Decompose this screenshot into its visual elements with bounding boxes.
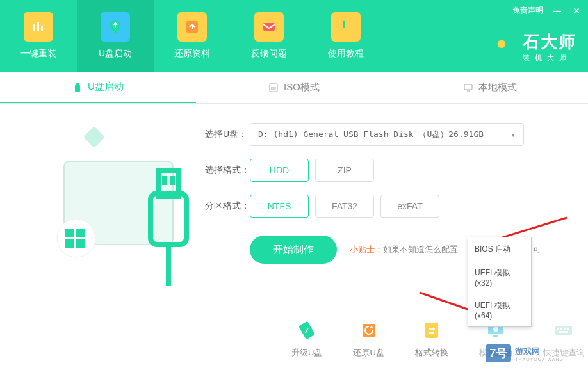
usb-restore-icon (359, 320, 379, 341)
svg-text:ISO: ISO (271, 86, 277, 90)
svg-rect-23 (162, 176, 167, 185)
svg-rect-18 (65, 239, 74, 248)
nav-label: 还原资料 (174, 48, 210, 60)
nav-label: 反馈问题 (251, 48, 287, 60)
tool-label: 还原U盘 (353, 347, 384, 358)
mode-iso[interactable]: ISO ISO模式 (196, 72, 392, 103)
nav-label: 使用教程 (328, 48, 364, 60)
brand: 石大师 装机大师 (488, 31, 576, 63)
svg-rect-0 (33, 24, 35, 31)
watermark-text: 游戏网 (515, 346, 564, 357)
svg-rect-16 (65, 229, 74, 237)
partition-exfat[interactable]: exFAT (380, 195, 439, 218)
svg-point-7 (498, 40, 506, 49)
tool-label: 格式转换 (415, 347, 448, 358)
svg-rect-17 (76, 229, 85, 237)
svg-point-31 (493, 326, 498, 332)
svg-rect-19 (76, 239, 85, 248)
svg-rect-1 (37, 22, 39, 31)
dropdown-uefi32[interactable]: UEFI 模拟(x32) (468, 261, 531, 294)
keyboard-icon (553, 320, 574, 341)
format-hdd[interactable]: HDD (250, 159, 309, 182)
brand-subtitle: 装机大师 (523, 53, 576, 63)
svg-rect-33 (557, 328, 559, 330)
nav-label: U盘启动 (99, 48, 132, 60)
mode-usb[interactable]: U盘启动 (0, 72, 196, 103)
svg-rect-2 (41, 26, 43, 31)
select-usb-label: 选择U盘： (205, 129, 250, 140)
dropdown-uefi64[interactable]: UEFI 模拟(x64) (468, 294, 531, 326)
format-zip[interactable]: ZIP (315, 159, 374, 182)
minimize-button[interactable]: — (552, 6, 562, 16)
iso-icon: ISO (268, 83, 279, 93)
watermark-sub: THAOYOUXIWANG (515, 357, 564, 362)
dropdown-bios[interactable]: BIOS 启动 (468, 237, 531, 261)
mode-tabs: U盘启动 ISO ISO模式 本地模式 (0, 72, 588, 104)
svg-rect-24 (170, 176, 175, 185)
tool-convert[interactable]: 格式转换 (415, 320, 448, 358)
nav-label: 一键重装 (20, 48, 56, 60)
svg-rect-6 (343, 21, 345, 28)
format-label: 选择格式： (205, 165, 250, 176)
watermark: 7号 游戏网 THAOYOUXIWANG (486, 344, 564, 362)
mode-label: ISO模式 (284, 81, 320, 93)
partition-fat32[interactable]: FAT32 (315, 195, 374, 218)
brand-title: 石大师 (523, 31, 576, 53)
tip-body: 如果不知道怎么配置 (383, 245, 458, 254)
svg-rect-32 (555, 326, 572, 335)
nav-restore[interactable]: 还原资料 (154, 0, 231, 72)
bars-icon (24, 12, 53, 42)
disclaimer-link[interactable]: 免责声明 (512, 5, 543, 16)
svg-rect-34 (560, 328, 562, 330)
svg-point-15 (57, 219, 95, 257)
shield-icon (101, 12, 130, 42)
top-nav: 一键重装 U盘启动 还原资料 反馈问题 使用教程 免责声明 — ✕ 石大师 装机 (0, 0, 588, 72)
nav-feedback[interactable]: 反馈问题 (231, 0, 307, 72)
usb-upgrade-icon (297, 320, 317, 341)
mode-label: 本地模式 (478, 81, 517, 93)
svg-rect-30 (493, 335, 498, 337)
simulate-dropdown: BIOS 启动 UEFI 模拟(x32) UEFI 模拟(x64) (468, 237, 532, 327)
svg-rect-28 (425, 323, 438, 338)
book-icon (331, 12, 361, 42)
svg-rect-9 (75, 85, 80, 92)
tip-label: 小贴士： (350, 245, 383, 254)
upload-box-icon (177, 12, 207, 42)
watermark-badge: 7号 (486, 344, 511, 362)
mail-icon (254, 12, 284, 42)
nav-usb-boot[interactable]: U盘启动 (77, 0, 154, 72)
window-controls: 免责声明 — ✕ (512, 5, 582, 16)
start-button[interactable]: 开始制作 (250, 236, 337, 264)
illustration (26, 123, 199, 289)
monitor-icon (463, 83, 473, 93)
usb-select[interactable]: D: (hd1) General USB Flash Disk （U盘）26.9… (250, 123, 524, 146)
svg-rect-20 (83, 126, 105, 148)
svg-rect-36 (567, 328, 569, 330)
nav-tutorial[interactable]: 使用教程 (307, 0, 384, 72)
partition-label: 分区格式： (205, 200, 250, 212)
nav-reinstall[interactable]: 一键重装 (0, 0, 77, 72)
select-value: D: (hd1) General USB Flash Disk （U盘）26.9… (258, 129, 484, 140)
mode-label: U盘启动 (88, 81, 124, 93)
partition-ntfs[interactable]: NTFS (250, 195, 309, 218)
svg-rect-37 (559, 331, 568, 333)
usb-icon (72, 82, 83, 92)
tool-label: 升级U盘 (291, 347, 322, 358)
tool-upgrade[interactable]: 升级U盘 (291, 320, 322, 358)
close-button[interactable]: ✕ (571, 6, 582, 16)
mode-local[interactable]: 本地模式 (392, 72, 588, 103)
chevron-down-icon: ▾ (510, 130, 516, 140)
svg-rect-8 (76, 83, 79, 85)
svg-rect-4 (263, 23, 275, 31)
tool-restore[interactable]: 还原U盘 (353, 320, 384, 358)
svg-rect-35 (564, 328, 566, 330)
svg-rect-12 (464, 84, 472, 90)
brand-logo-icon (488, 33, 515, 60)
convert-icon (421, 320, 442, 341)
svg-rect-5 (341, 21, 350, 33)
